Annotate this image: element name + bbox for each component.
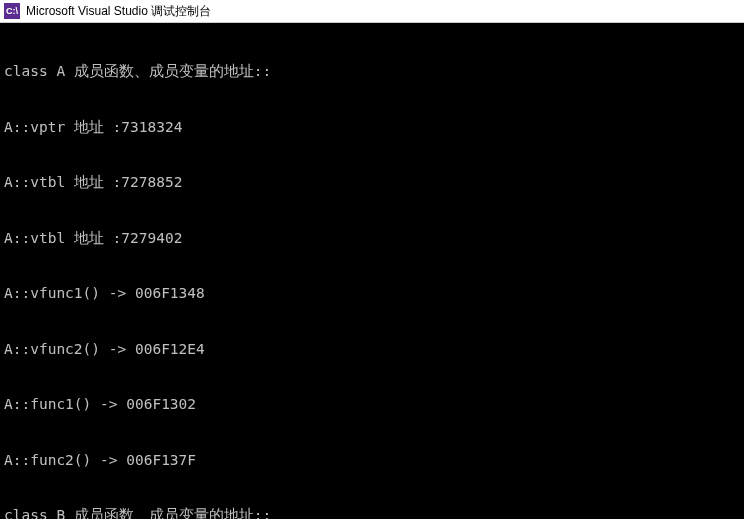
console-line: A::vtbl 地址 :7278852 <box>4 173 740 192</box>
console-line: A::vtbl 地址 :7279402 <box>4 229 740 248</box>
console-line: A::func1() -> 006F1302 <box>4 395 740 414</box>
console-line: class B 成员函数、成员变量的地址:: <box>4 506 740 519</box>
console-line: A::func2() -> 006F137F <box>4 451 740 470</box>
console-line: A::vptr 地址 :7318324 <box>4 118 740 137</box>
console-line: A::vfunc1() -> 006F1348 <box>4 284 740 303</box>
app-icon-text: C:\ <box>6 6 18 16</box>
console-output[interactable]: class A 成员函数、成员变量的地址:: A::vptr 地址 :73183… <box>0 23 744 519</box>
console-line: class A 成员函数、成员变量的地址:: <box>4 62 740 81</box>
window-title: Microsoft Visual Studio 调试控制台 <box>26 3 211 20</box>
app-icon: C:\ <box>4 3 20 19</box>
console-line: A::vfunc2() -> 006F12E4 <box>4 340 740 359</box>
title-bar: C:\ Microsoft Visual Studio 调试控制台 <box>0 0 744 23</box>
